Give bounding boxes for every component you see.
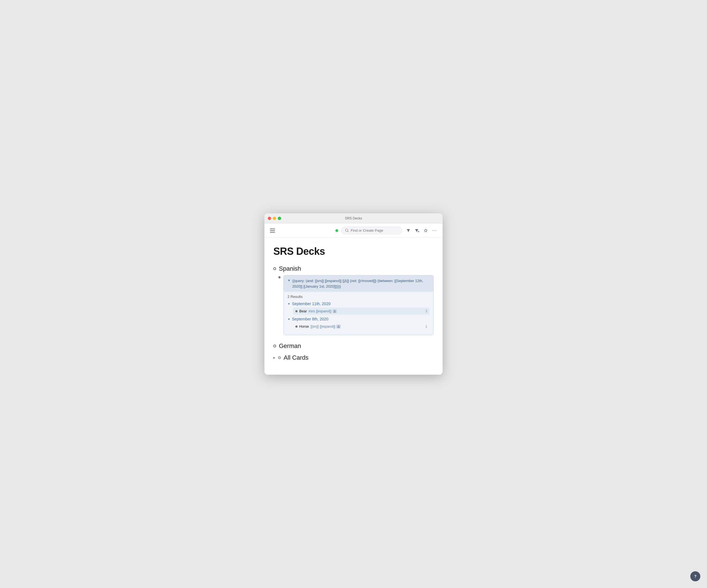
window-title: SRS Decks <box>345 216 362 220</box>
bullet-circle-german <box>273 344 276 347</box>
tag-espanol-bear[interactable]: [[espanol]] <box>316 309 331 313</box>
date-label-1: September 11th, 2020 <box>292 301 331 306</box>
query-results-container: ▼ {{query: {and: [[srs]] [[espanol]] [[Δ… <box>283 275 434 335</box>
date-label-2: September 8th, 2020 <box>292 317 329 321</box>
more-options-button[interactable]: ··· <box>431 227 438 234</box>
result-group-1: ▼ September 11th, 2020 Bear #srs <box>288 301 430 315</box>
status-dot <box>335 229 338 232</box>
tag-badge-bear[interactable]: Δ <box>333 309 337 313</box>
hamburger-line <box>270 229 275 229</box>
svg-line-1 <box>348 231 348 232</box>
result-name-horse: Horse <box>299 324 309 329</box>
hamburger-line <box>270 232 275 232</box>
top-nav: ··· <box>264 223 443 238</box>
list-item-german: German <box>273 342 434 350</box>
title-bar: SRS Decks <box>264 213 443 223</box>
result-date-1[interactable]: ▼ September 11th, 2020 <box>288 301 430 306</box>
help-button[interactable]: ? <box>690 571 700 581</box>
outline-list: Spanish ▼ {{query: {and: [[s <box>273 265 434 361</box>
ellipsis-icon: ··· <box>432 228 437 233</box>
all-cards-row: ▶ All Cards <box>273 354 434 361</box>
help-icon: ? <box>694 574 697 579</box>
maximize-button[interactable] <box>278 217 281 220</box>
result-group-2: ▼ September 8th, 2020 Horse [[srs]] <box>288 317 430 330</box>
tag-badge-horse[interactable]: Δ <box>336 325 340 329</box>
query-child-row: ▼ {{query: {and: [[srs]] [[espanol]] [[Δ… <box>278 275 434 338</box>
spanish-children: ▼ {{query: {and: [[srs]] [[espanol]] [[Δ… <box>278 275 434 338</box>
minimize-button[interactable] <box>273 217 276 220</box>
filter-remove-button[interactable] <box>413 227 420 234</box>
result-name-bear: Bear <box>299 309 307 313</box>
collapse-triangle-query[interactable]: ▼ <box>288 279 291 282</box>
date-triangle-icon-1: ▼ <box>288 302 290 305</box>
results-count: 2 Results <box>288 295 430 299</box>
hamburger-menu-button[interactable] <box>269 227 276 234</box>
query-text: {{query: {and: [[srs]] [[espanol]] [[Δ]]… <box>292 278 430 289</box>
spanish-row: Spanish <box>273 265 434 272</box>
page-title: SRS Decks <box>273 246 434 257</box>
result-tags-bear: #srs [[espanol]] Δ <box>308 309 337 313</box>
results-block: 2 Results ▼ September 11th, 2020 <box>283 292 433 335</box>
result-bullet-2 <box>295 325 298 328</box>
result-bullet-1 <box>295 310 298 313</box>
filter-remove-icon <box>415 229 419 232</box>
query-block[interactable]: ▼ {{query: {and: [[srs]] [[espanol]] [[Δ… <box>283 275 433 292</box>
collapse-triangle-all-cards[interactable]: ▶ <box>273 356 275 359</box>
main-content: SRS Decks Spanish <box>264 238 443 375</box>
star-button[interactable] <box>422 227 429 234</box>
nav-icons: ··· <box>405 227 438 234</box>
window-controls <box>268 217 281 220</box>
bullet-circle-all-cards <box>278 356 281 359</box>
query-results-wrapper: ▼ {{query: {and: [[srs]] [[espanol]] [[Δ… <box>283 275 434 338</box>
close-button[interactable] <box>268 217 271 220</box>
tag-srs[interactable]: #srs <box>308 309 315 313</box>
list-item-all-cards: ▶ All Cards <box>273 354 434 361</box>
search-icon <box>345 229 349 232</box>
date-triangle-icon-2: ▼ <box>288 318 290 321</box>
german-row: German <box>273 342 434 350</box>
bullet-circle-spanish <box>273 267 276 270</box>
all-cards-label[interactable]: All Cards <box>283 354 308 361</box>
filter-icon <box>406 229 410 232</box>
result-date-2[interactable]: ▼ September 8th, 2020 <box>288 317 430 321</box>
list-item-spanish: Spanish ▼ {{query: {and: [[s <box>273 265 434 338</box>
result-count-horse: 1 <box>425 324 427 329</box>
result-tags-horse: [[srs]] [[espanol]] Δ <box>311 325 341 329</box>
star-icon <box>424 229 428 232</box>
hamburger-line <box>270 230 275 231</box>
search-input[interactable] <box>351 228 398 232</box>
query-header: ▼ {{query: {and: [[srs]] [[espanol]] [[Δ… <box>288 278 430 289</box>
table-row[interactable]: Bear #srs [[espanol]] Δ 3 <box>293 308 430 315</box>
result-count-bear: 3 <box>425 309 427 313</box>
tag-srs-horse[interactable]: [[srs]] <box>311 325 319 329</box>
app-window: SRS Decks <box>264 213 443 375</box>
filter-button[interactable] <box>405 227 412 234</box>
search-bar[interactable] <box>341 227 402 234</box>
german-label[interactable]: German <box>279 342 301 350</box>
spanish-label[interactable]: Spanish <box>279 265 301 272</box>
tag-espanol-horse[interactable]: [[espanol]] <box>320 325 335 329</box>
child-bullet <box>278 276 280 279</box>
table-row[interactable]: Horse [[srs]] [[espanol]] Δ 1 <box>293 323 430 330</box>
